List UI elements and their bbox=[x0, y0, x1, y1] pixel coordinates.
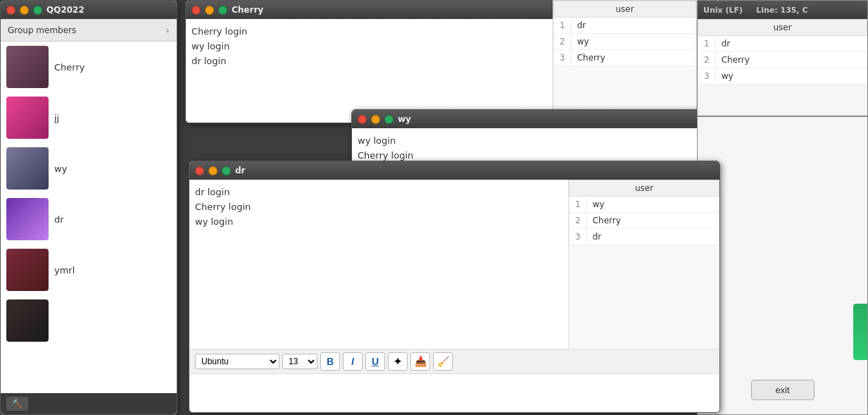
avatar-jj bbox=[6, 97, 49, 139]
member-item-wy[interactable]: wy bbox=[1, 143, 177, 194]
avatar-dr bbox=[6, 198, 49, 240]
member-list: Cherry jj wy dr ymrl bbox=[1, 42, 177, 414]
right-top-user-table: user 1 dr 2 Cherry 3 wy bbox=[698, 19, 867, 85]
qq-maximize-btn[interactable] bbox=[33, 6, 42, 15]
member-name-wy: wy bbox=[54, 163, 67, 174]
clear-button[interactable]: 🧹 bbox=[433, 352, 453, 371]
italic-button[interactable]: I bbox=[343, 352, 363, 371]
dr-msg-1: dr login bbox=[195, 185, 562, 200]
dr-table-header: user bbox=[570, 180, 719, 197]
group-members-label: Group members › bbox=[1, 19, 177, 42]
underline-button[interactable]: U bbox=[365, 352, 385, 371]
avatar-ymrl bbox=[6, 249, 49, 291]
cherry-bg-title: Cherry bbox=[232, 5, 263, 15]
cherry-bg-maximize[interactable] bbox=[218, 6, 227, 15]
cherry-table-header: user bbox=[554, 1, 696, 18]
right-top-title: Unix (LF) Line: 135, C bbox=[703, 6, 808, 15]
dr-chat-input[interactable] bbox=[189, 373, 719, 412]
member-name-ymrl: ymrl bbox=[54, 265, 75, 275]
member-name-dr: dr bbox=[54, 214, 64, 225]
cherry-user-table-panel: user 1 dr 2 wy 3 Cherry bbox=[553, 0, 697, 116]
qq-statusbar: 🔨 bbox=[1, 393, 177, 414]
member-item-dr[interactable]: dr bbox=[1, 194, 177, 244]
member-name-jj: jj bbox=[54, 113, 59, 123]
right-top-row-3: 3 wy bbox=[698, 68, 867, 85]
qq-close-btn[interactable] bbox=[6, 6, 15, 15]
dr-msg-2: Cherry login bbox=[195, 200, 562, 215]
cherry-bg-minimize[interactable] bbox=[205, 6, 214, 15]
member-name-cherry: Cherry bbox=[54, 62, 84, 73]
qq-window: QQ2022 Group members › Cherry jj wy dr y… bbox=[0, 0, 177, 415]
dr-table-row-2: 2 Cherry bbox=[570, 213, 719, 229]
cherry-user-table: user 1 dr 2 wy 3 Cherry bbox=[553, 1, 696, 66]
cherry-bg-close[interactable] bbox=[191, 6, 201, 15]
dr-table-row-1: 1 wy bbox=[570, 197, 719, 213]
right-panel-top: Unix (LF) Line: 135, C user 1 dr 2 Cherr… bbox=[697, 0, 868, 116]
wy-close-btn[interactable] bbox=[358, 115, 367, 124]
right-panel-top-titlebar: Unix (LF) Line: 135, C bbox=[698, 1, 867, 19]
statusbar-hammer-btn[interactable]: 🔨 bbox=[6, 397, 28, 411]
dr-table-row-3: 3 dr bbox=[570, 229, 719, 245]
right-top-row-2: 2 Cherry bbox=[698, 52, 867, 68]
bold-button[interactable]: B bbox=[320, 352, 340, 371]
wy-title: wy bbox=[398, 114, 411, 124]
right-top-row-1: 1 dr bbox=[698, 36, 867, 52]
dr-chat-content: dr login Cherry login wy login bbox=[189, 180, 568, 349]
member-item-ymrl[interactable]: ymrl bbox=[1, 244, 177, 295]
green-blob bbox=[853, 304, 867, 360]
wy-maximize-btn[interactable] bbox=[384, 115, 394, 124]
dr-chat-toolbar: Ubuntu 13 B I U ✦ 📥 🧹 bbox=[189, 349, 719, 373]
cherry-table-row-2: 2 wy bbox=[554, 34, 696, 50]
dr-titlebar: dr bbox=[189, 161, 719, 180]
avatar-6 bbox=[6, 299, 49, 342]
qq-title: QQ2022 bbox=[46, 5, 84, 15]
dr-maximize-btn[interactable] bbox=[222, 166, 231, 175]
dr-close-btn[interactable] bbox=[195, 166, 204, 175]
avatar-cherry bbox=[6, 46, 49, 88]
exit-button[interactable]: exit bbox=[751, 380, 814, 400]
avatar-wy bbox=[6, 147, 49, 190]
screenshot-button[interactable]: 📥 bbox=[410, 352, 430, 371]
cherry-table-row-1: 1 dr bbox=[554, 18, 696, 34]
dr-title: dr bbox=[235, 166, 246, 175]
member-item-cherry[interactable]: Cherry bbox=[1, 42, 177, 92]
qq-titlebar: QQ2022 bbox=[1, 1, 177, 19]
qq-minimize-btn[interactable] bbox=[20, 6, 29, 15]
font-size-selector[interactable]: 13 bbox=[282, 354, 317, 369]
right-panel-bottom: exit bbox=[697, 116, 868, 415]
dr-minimize-btn[interactable] bbox=[208, 166, 218, 175]
cherry-table-row-3: 3 Cherry bbox=[554, 50, 696, 66]
member-item-6[interactable] bbox=[1, 295, 177, 346]
dr-msg-3: wy login bbox=[195, 215, 562, 230]
dr-user-table-panel: user 1 wy 2 Cherry 3 dr bbox=[568, 180, 719, 349]
member-item-jj[interactable]: jj bbox=[1, 92, 177, 143]
dr-user-table: user 1 wy 2 Cherry 3 dr bbox=[569, 180, 719, 245]
wy-minimize-btn[interactable] bbox=[371, 115, 380, 124]
font-selector[interactable]: Ubuntu bbox=[195, 354, 279, 369]
emoji-button[interactable]: ✦ bbox=[388, 352, 408, 371]
dr-window: dr dr login Cherry login wy login user 1… bbox=[189, 161, 720, 413]
right-top-table-header: user bbox=[698, 20, 867, 36]
